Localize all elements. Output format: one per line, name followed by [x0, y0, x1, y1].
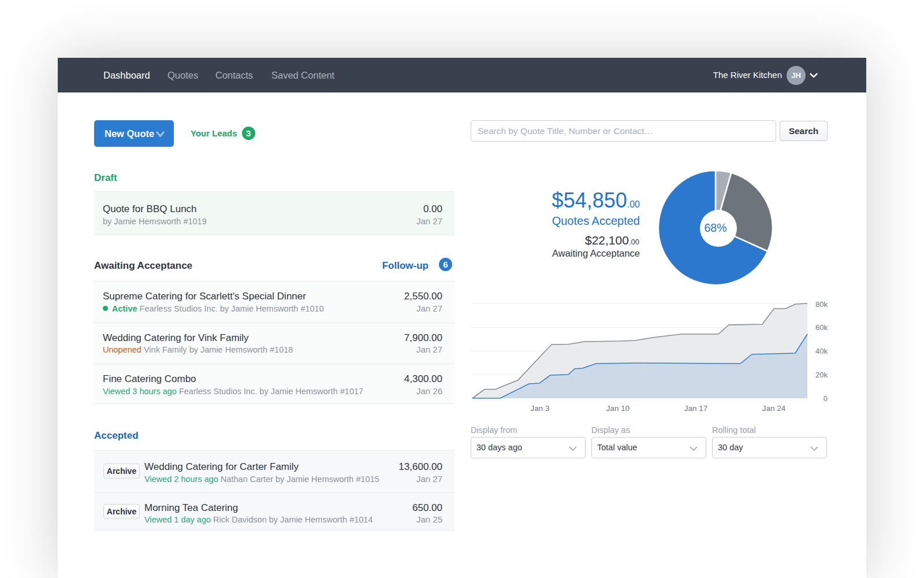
svg-text:60k: 60k [815, 323, 828, 332]
svg-text:40k: 40k [815, 347, 828, 355]
svg-text:Jan 10: Jan 10 [606, 404, 630, 413]
svg-text:Jan 24: Jan 24 [762, 404, 786, 413]
svg-text:Jan 17: Jan 17 [684, 404, 708, 413]
svg-text:0: 0 [824, 394, 828, 403]
svg-text:80k: 80k [815, 300, 828, 309]
svg-text:20k: 20k [815, 370, 828, 379]
svg-text:Jan 3: Jan 3 [530, 404, 549, 413]
